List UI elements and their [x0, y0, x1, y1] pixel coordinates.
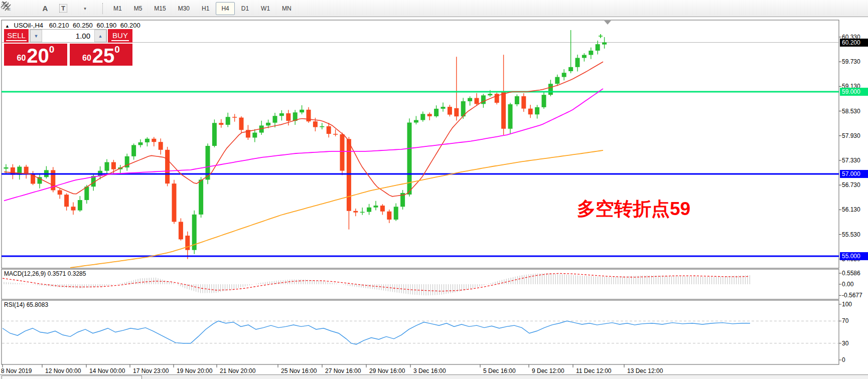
sell-price-box[interactable]: 60 20 0 [4, 44, 67, 66]
candle-body [212, 123, 217, 146]
candle-body [145, 139, 150, 142]
ohlc-open: 60.210 [49, 22, 69, 29]
candle-body [427, 114, 432, 116]
candle-body [521, 96, 526, 109]
scrollbar-thumb[interactable] [2, 375, 142, 379]
time-axis-label: 14 Nov 00:00 [89, 367, 125, 374]
buy-price-big: 25 [92, 47, 115, 65]
volume-spinner: ▼ 1.00 ▲ [30, 29, 107, 43]
candle-body [387, 212, 391, 220]
panel-border [2, 300, 839, 364]
axis-price-badge: 60.200 [840, 39, 868, 47]
candle-body [179, 222, 183, 239]
candle-body [84, 186, 89, 200]
ohlc-close: 60.200 [120, 22, 140, 29]
axis-price-badge: 55.000 [840, 252, 868, 260]
time-axis-label: 17 Nov 23:00 [133, 367, 169, 374]
candle-body [199, 179, 203, 214]
candle-body [555, 77, 559, 84]
horizontal-scrollbar[interactable] [0, 374, 868, 379]
axis-tick-label: 56.130 [842, 206, 860, 213]
candle-body [535, 107, 539, 114]
trading-terminal: E F A T ▾ M1M5M15M30H1H4D1W [0, 0, 868, 379]
candle-body [441, 107, 446, 109]
candle-body [448, 107, 452, 115]
candle-body [454, 108, 459, 116]
sell-price-handle: 60 [17, 54, 26, 63]
time-axis-label: 5 Dec 16:00 [483, 367, 516, 374]
axis-tick-label: 56.730 [842, 181, 860, 188]
candle-body [374, 206, 378, 208]
candle-body [602, 43, 607, 45]
time-axis-label: 29 Nov 16:00 [369, 367, 405, 374]
axis-tick-label: 30 [842, 340, 848, 347]
candle-body [333, 134, 338, 135]
candle-body [64, 195, 69, 207]
candle-body [313, 121, 318, 127]
candle-body [286, 113, 291, 121]
volume-increase-button[interactable]: ▲ [94, 30, 106, 42]
candle-body [232, 117, 237, 118]
candle-body [58, 190, 62, 195]
axis-price-badge: 57.000 [840, 170, 868, 178]
axis-price-badge: 59.000 [840, 88, 868, 96]
candle-body [300, 110, 304, 112]
time-axis-label: 21 Nov 20:00 [220, 367, 255, 374]
candle-body [488, 94, 492, 95]
time-axis-label: 9 Dec 12:00 [532, 367, 564, 374]
sell-button[interactable]: SELL [4, 29, 29, 43]
candle-body [239, 118, 244, 130]
candle-body [24, 167, 29, 174]
candle-body [279, 113, 284, 116]
axis-tick-label: 57.930 [842, 132, 860, 139]
collapse-triangle-icon[interactable]: ▲ [5, 24, 10, 29]
candle-body [515, 96, 519, 104]
candle-body [347, 139, 351, 211]
candle-body [78, 200, 82, 211]
axis-tick-label: 55.530 [842, 231, 860, 238]
time-axis-label: 27 Nov 16:00 [325, 367, 361, 374]
chart-annotation-text: 多空转折点59 [577, 197, 690, 222]
axis-tick-label: 59.730 [842, 58, 860, 65]
panel-border [2, 269, 839, 299]
symbol-timeframe: USOil-,H4 [14, 22, 44, 29]
candle-body [71, 207, 76, 210]
candle-body [380, 206, 385, 212]
axis-tick-label: 0.5586 [842, 270, 860, 277]
sell-price-pip: 0 [49, 44, 55, 55]
candle-body [434, 109, 439, 116]
sell-price-big: 20 [27, 47, 49, 65]
candle-body [266, 123, 270, 126]
axis-tick-label: 0 [842, 356, 845, 363]
candle-body [420, 114, 425, 120]
candle-body [4, 167, 9, 168]
candle-body [165, 150, 170, 183]
axis-tick-label: 58.530 [842, 108, 860, 115]
candle-body [548, 84, 553, 95]
candle-body [562, 73, 566, 77]
candle-body [111, 162, 116, 169]
candle-body [252, 133, 257, 138]
candle-body [407, 123, 412, 195]
candle-body [172, 183, 177, 222]
buy-button[interactable]: BUY [108, 29, 132, 43]
volume-value[interactable]: 1.00 [42, 30, 94, 42]
time-axis-label: 13 Dec 12:00 [627, 367, 663, 374]
candle-body [138, 142, 143, 145]
buy-price-box[interactable]: 60 25 0 [70, 44, 132, 66]
macd-name: MACD(12,26,9) [4, 270, 46, 277]
candle-body [327, 126, 331, 134]
candle-body [353, 211, 358, 213]
rsi-label: RSI(14) 65.8083 [4, 301, 48, 308]
candle-body [501, 92, 506, 129]
candle-body [468, 98, 472, 101]
candle-body [105, 162, 109, 170]
macd-value-signal: 0.3285 [68, 270, 86, 277]
axis-tick-label: 57.330 [842, 157, 860, 164]
buy-price-pip: 0 [114, 44, 120, 55]
candle-body [394, 207, 398, 220]
time-axis-label: 19 Nov 20:00 [177, 367, 212, 374]
time-axis-label: 25 Nov 16:00 [281, 367, 317, 374]
buy-price-handle: 60 [82, 54, 91, 63]
volume-decrease-button[interactable]: ▼ [30, 30, 42, 42]
